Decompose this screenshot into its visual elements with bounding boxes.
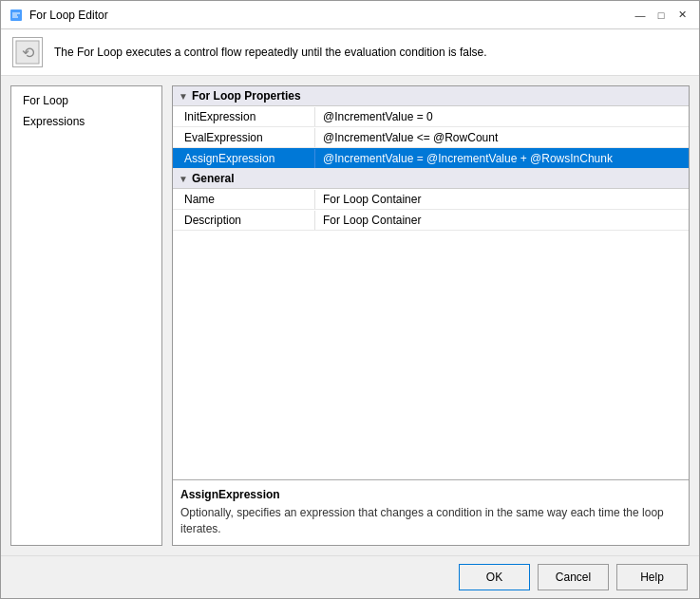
footer: OK Cancel Help	[1, 555, 699, 598]
prop-name-assign: AssignExpression	[173, 149, 315, 168]
section-title-general: General	[192, 172, 235, 185]
prop-value-name: For Loop Container	[315, 190, 689, 209]
prop-row-assign[interactable]: AssignExpression @IncrementValue = @Incr…	[173, 148, 689, 169]
maximize-button[interactable]: □	[652, 6, 671, 25]
section-title-for-loop: For Loop Properties	[192, 89, 301, 103]
minimize-button[interactable]: —	[631, 6, 650, 25]
description-title: AssignExpression	[180, 488, 681, 501]
chevron-general-icon: ▼	[179, 174, 188, 184]
properties-area: ▼ For Loop Properties InitExpression @In…	[173, 86, 689, 479]
prop-name-name: Name	[173, 190, 315, 209]
description-area: AssignExpression Optionally, specifies a…	[173, 479, 689, 545]
prop-row-init[interactable]: InitExpression @IncrementValue = 0	[173, 106, 689, 127]
prop-value-desc: For Loop Container	[315, 211, 689, 230]
prop-value-eval: @IncrementValue <= @RowCount	[315, 128, 689, 147]
title-bar: For Loop Editor — □ ✕	[1, 1, 699, 29]
window-title: For Loop Editor	[29, 9, 631, 22]
prop-name-init: InitExpression	[173, 107, 315, 126]
left-panel: For Loop Expressions	[10, 85, 162, 546]
info-bar: ⟲ The For Loop executes a control flow r…	[1, 29, 699, 76]
help-button[interactable]: Help	[616, 564, 688, 590]
prop-name-eval: EvalExpression	[173, 128, 315, 147]
svg-text:⟲: ⟲	[22, 45, 35, 61]
prop-row-eval[interactable]: EvalExpression @IncrementValue <= @RowCo…	[173, 127, 689, 148]
left-item-expressions[interactable]: Expressions	[11, 111, 161, 132]
cancel-button[interactable]: Cancel	[538, 564, 609, 590]
chevron-icon: ▼	[179, 91, 188, 102]
left-item-for-loop[interactable]: For Loop	[11, 90, 161, 111]
main-window: For Loop Editor — □ ✕ ⟲ The For Loop exe…	[0, 0, 700, 599]
prop-row-desc[interactable]: Description For Loop Container	[173, 210, 689, 231]
main-content: For Loop Expressions ▼ For Loop Properti…	[1, 76, 699, 555]
prop-value-init: @IncrementValue = 0	[315, 107, 689, 126]
description-text: Optionally, specifies an expression that…	[180, 505, 681, 537]
info-text: The For Loop executes a control flow rep…	[54, 46, 487, 59]
ok-button[interactable]: OK	[459, 564, 530, 590]
prop-value-assign: @IncrementValue = @IncrementValue + @Row…	[315, 149, 689, 168]
close-button[interactable]: ✕	[672, 6, 691, 25]
info-icon: ⟲	[12, 37, 43, 67]
section-for-loop-properties[interactable]: ▼ For Loop Properties	[173, 86, 689, 106]
right-panel: ▼ For Loop Properties InitExpression @In…	[172, 85, 690, 546]
prop-name-desc: Description	[173, 211, 315, 230]
window-controls: — □ ✕	[631, 6, 691, 25]
window-icon	[9, 8, 24, 23]
section-general[interactable]: ▼ General	[173, 169, 689, 189]
prop-row-name[interactable]: Name For Loop Container	[173, 189, 689, 210]
